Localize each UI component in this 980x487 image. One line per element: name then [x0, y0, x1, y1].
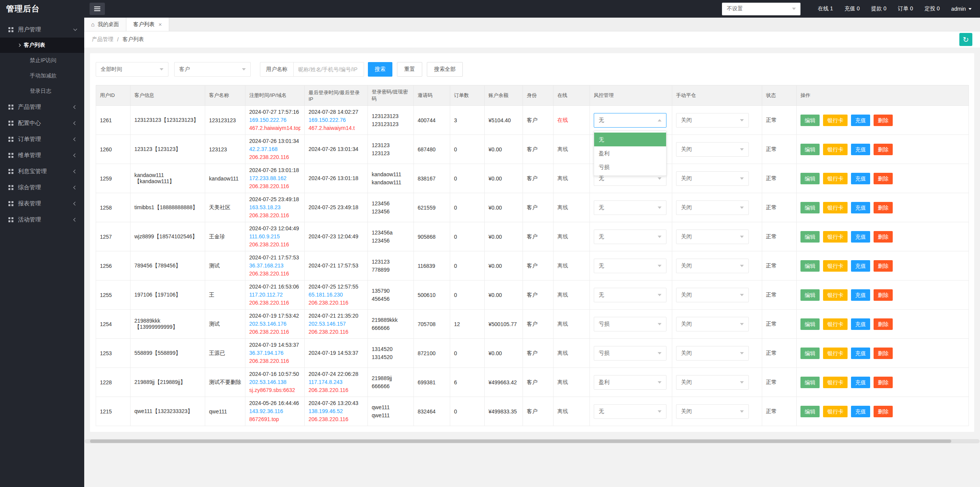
search-button[interactable]: 搜索 — [368, 62, 392, 77]
sidebar-item[interactable]: 登录日志 — [0, 84, 84, 99]
manual-close-select[interactable]: 关闭 — [676, 200, 749, 215]
bank-card-button[interactable]: 银行卡 — [823, 406, 848, 417]
search-input[interactable] — [293, 62, 364, 77]
bank-card-button[interactable]: 银行卡 — [823, 318, 848, 330]
edit-button[interactable]: 编辑 — [800, 377, 820, 388]
recharge-button[interactable]: 充值 — [851, 289, 870, 301]
customer-type-select[interactable]: 客户 — [174, 62, 251, 77]
sidebar-group[interactable]: 报表管理 — [0, 195, 84, 212]
edit-button[interactable]: 编辑 — [800, 318, 820, 330]
dropdown-option[interactable]: 盈利 — [594, 146, 666, 160]
bank-card-button[interactable]: 银行卡 — [823, 231, 848, 243]
recharge-button[interactable]: 充值 — [851, 318, 870, 330]
bank-card-button[interactable]: 银行卡 — [823, 260, 848, 272]
sidebar-group[interactable]: 维单管理 — [0, 147, 84, 163]
manual-close-select[interactable]: 关闭 — [676, 375, 749, 390]
dropdown-option[interactable]: 亏损 — [594, 160, 666, 174]
sidebar-group[interactable]: 产品管理 — [0, 99, 84, 115]
dropdown-option[interactable]: 无 — [594, 133, 666, 146]
admin-menu[interactable]: admin — [951, 6, 972, 12]
bank-card-button[interactable]: 银行卡 — [823, 202, 848, 213]
bank-card-button[interactable]: 银行卡 — [823, 377, 848, 388]
recharge-button[interactable]: 充值 — [851, 260, 870, 272]
manual-close-select[interactable]: 关闭 — [676, 404, 749, 419]
risk-select[interactable]: 盈利 — [594, 375, 666, 390]
edit-button[interactable]: 编辑 — [800, 260, 820, 272]
breadcrumb-item[interactable]: 产品管理 — [92, 36, 113, 43]
delete-button[interactable]: 删除 — [874, 377, 893, 388]
sidebar-group[interactable]: 用户管理 — [0, 21, 84, 38]
bank-card-button[interactable]: 银行卡 — [823, 289, 848, 301]
header-stat[interactable]: 定投 0 — [924, 5, 940, 12]
manual-close-select[interactable]: 关闭 — [676, 113, 749, 128]
edit-button[interactable]: 编辑 — [800, 144, 820, 155]
sidebar-item[interactable]: 客户列表 — [0, 38, 84, 53]
sidebar-group[interactable]: 利息宝管理 — [0, 163, 84, 179]
risk-select[interactable]: 亏损 — [594, 317, 666, 331]
risk-select[interactable]: 无 — [594, 230, 666, 244]
delete-button[interactable]: 删除 — [874, 318, 893, 330]
sidebar-group[interactable]: 活动管理 — [0, 212, 84, 228]
bank-card-button[interactable]: 银行卡 — [823, 173, 848, 184]
close-icon[interactable]: × — [158, 21, 162, 28]
header-stat[interactable]: 充值 0 — [844, 5, 860, 12]
bank-card-button[interactable]: 银行卡 — [823, 348, 848, 359]
manual-close-select[interactable]: 关闭 — [676, 142, 749, 157]
delete-button[interactable]: 删除 — [874, 348, 893, 359]
recharge-button[interactable]: 充值 — [851, 173, 870, 184]
tab-item[interactable]: ⌂我的桌面 — [84, 18, 126, 31]
manual-close-select[interactable]: 关闭 — [676, 317, 749, 331]
delete-button[interactable]: 删除 — [874, 260, 893, 272]
manual-close-select[interactable]: 关闭 — [676, 171, 749, 186]
sidebar-group[interactable]: 配置中心 — [0, 115, 84, 131]
delete-button[interactable]: 删除 — [874, 231, 893, 243]
time-range-select[interactable]: 全部时间 — [96, 62, 168, 77]
recharge-button[interactable]: 充值 — [851, 144, 870, 155]
sidebar-toggle-button[interactable] — [90, 3, 105, 15]
manual-close-select[interactable]: 关闭 — [676, 288, 749, 302]
sidebar-item[interactable]: 手动加减款 — [0, 68, 84, 84]
sidebar-item[interactable]: 禁止IP访问 — [0, 53, 84, 68]
manual-close-select[interactable]: 关闭 — [676, 259, 749, 273]
edit-button[interactable]: 编辑 — [800, 406, 820, 417]
delete-button[interactable]: 删除 — [874, 115, 893, 126]
risk-select[interactable]: 无 — [594, 200, 666, 215]
delete-button[interactable]: 删除 — [874, 202, 893, 213]
delete-button[interactable]: 删除 — [874, 289, 893, 301]
header-filter-select[interactable]: 不设置 — [722, 3, 800, 15]
recharge-button[interactable]: 充值 — [851, 348, 870, 359]
sidebar-group[interactable]: 订单管理 — [0, 131, 84, 147]
recharge-button[interactable]: 充值 — [851, 115, 870, 126]
recharge-button[interactable]: 充值 — [851, 231, 870, 243]
edit-button[interactable]: 编辑 — [800, 115, 820, 126]
risk-select[interactable]: 无 — [594, 113, 666, 128]
delete-button[interactable]: 删除 — [874, 144, 893, 155]
bank-card-button[interactable]: 银行卡 — [823, 144, 848, 155]
search-all-button[interactable]: 搜索全部 — [427, 62, 463, 77]
recharge-button[interactable]: 充值 — [851, 202, 870, 213]
risk-select[interactable]: 无 — [594, 259, 666, 273]
sidebar-group[interactable]: 综合管理 — [0, 179, 84, 195]
delete-button[interactable]: 删除 — [874, 173, 893, 184]
edit-button[interactable]: 编辑 — [800, 289, 820, 301]
edit-button[interactable]: 编辑 — [800, 202, 820, 213]
delete-button[interactable]: 删除 — [874, 406, 893, 417]
edit-button[interactable]: 编辑 — [800, 231, 820, 243]
header-stat[interactable]: 在线 1 — [818, 5, 833, 12]
recharge-button[interactable]: 充值 — [851, 377, 870, 388]
manual-close-select[interactable]: 关闭 — [676, 346, 749, 361]
refresh-button[interactable]: ↻ — [959, 33, 972, 46]
tab-item[interactable]: 客户列表× — [126, 18, 169, 31]
edit-button[interactable]: 编辑 — [800, 173, 820, 184]
header-stat[interactable]: 订单 0 — [898, 5, 913, 12]
header-stat[interactable]: 提款 0 — [871, 5, 887, 12]
reset-button[interactable]: 重置 — [397, 62, 422, 77]
risk-select[interactable]: 亏损 — [594, 346, 666, 361]
manual-close-select[interactable]: 关闭 — [676, 230, 749, 244]
risk-select[interactable]: 无 — [594, 404, 666, 419]
recharge-button[interactable]: 充值 — [851, 406, 870, 417]
scrollbar-thumb[interactable] — [90, 439, 951, 443]
edit-button[interactable]: 编辑 — [800, 348, 820, 359]
bank-card-button[interactable]: 银行卡 — [823, 115, 848, 126]
risk-select[interactable]: 无 — [594, 288, 666, 302]
